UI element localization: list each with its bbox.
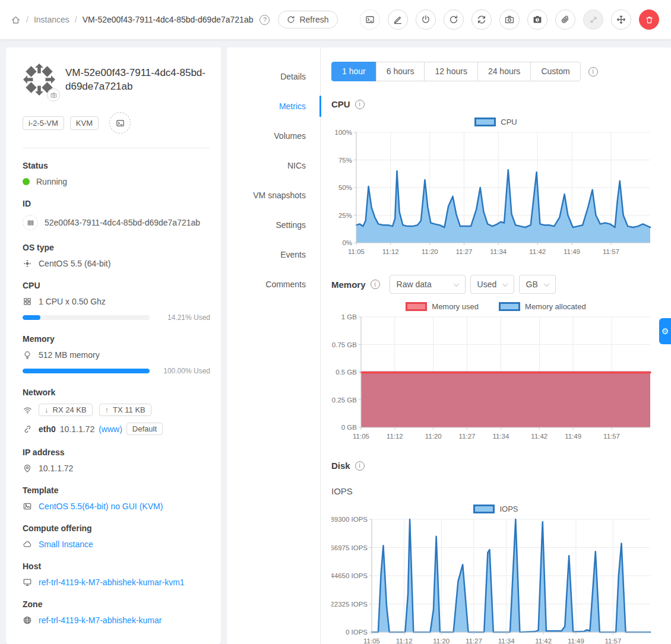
arrow-up-icon: ↑ (105, 405, 109, 414)
breadcrumb-vm-name: VM-52e00f43-7911-4dc4-85bd-d69de7a721ab (83, 15, 254, 24)
svg-text:1 GB: 1 GB (341, 313, 357, 321)
template-label: Template (23, 486, 210, 495)
chevron-down-icon (453, 281, 459, 287)
svg-text:50%: 50% (338, 184, 352, 191)
rx-chip: ↓RX 24 KB (39, 404, 93, 416)
help-icon[interactable]: ? (259, 15, 270, 25)
svg-text:89300 IOPS: 89300 IOPS (331, 516, 368, 523)
stop-vm-button[interactable] (416, 9, 436, 30)
network-label: Network (23, 388, 210, 397)
location-pin-icon (23, 464, 32, 472)
cpu-usage-text: 14.21% Used (156, 313, 210, 322)
diagonal-arrows-icon (589, 15, 598, 24)
cpu-legend-swatch (474, 118, 496, 126)
view-console-button[interactable] (360, 9, 380, 30)
svg-text:11:57: 11:57 (604, 637, 621, 644)
tab-settings[interactable]: Settings (227, 210, 320, 240)
camera-icon (505, 15, 514, 24)
memory-info-icon[interactable]: i (371, 280, 380, 289)
breadcrumb: / Instances / VM-52e00f43-7911-4dc4-85bd… (11, 15, 270, 25)
top-header: / Instances / VM-52e00f43-7911-4dc4-85bd… (0, 0, 671, 39)
memory-unit-select[interactable]: GB (519, 275, 556, 294)
range-custom-button[interactable]: Custom (530, 62, 580, 81)
range-12-hours-button[interactable]: 12 hours (424, 62, 477, 81)
iops-legend-label: IOPS (499, 505, 518, 513)
attach-iso-button[interactable] (555, 9, 575, 30)
sync-icon (477, 15, 486, 24)
tx-chip: ↑TX 11 KB (99, 404, 151, 416)
tab-metrics[interactable]: Metrics (227, 91, 320, 121)
memory-data-select[interactable]: Raw data (390, 275, 466, 294)
vm-action-toolbar (360, 9, 659, 30)
os-logo (23, 63, 57, 98)
svg-text:11:27: 11:27 (456, 248, 473, 255)
tab-events[interactable]: Events (227, 240, 320, 269)
nic-network-link[interactable]: (www) (99, 424, 122, 434)
scale-vm-button[interactable] (583, 9, 603, 30)
home-icon[interactable] (11, 15, 21, 25)
memory-chart-title: Memory (331, 280, 366, 290)
destroy-vm-button[interactable] (639, 9, 659, 30)
range-24-hours-button[interactable]: 24 hours (477, 62, 531, 81)
disk-info-icon[interactable]: i (355, 461, 365, 471)
paperclip-icon (561, 15, 570, 24)
svg-text:11:34: 11:34 (490, 248, 507, 255)
range-info-icon[interactable]: i (588, 67, 598, 77)
nic-name: eth0 (39, 424, 56, 434)
theme-settings-button[interactable]: ⚙ (659, 318, 671, 344)
memory-used-label: Memory used (432, 302, 479, 311)
reboot-vm-button[interactable] (444, 9, 464, 30)
compute-offering-link[interactable]: Small Instance (39, 540, 93, 549)
appstore-icon (23, 297, 32, 306)
template-link[interactable]: CentOS 5.5(64-bit) no GUI (KVM) (39, 502, 163, 511)
host-link[interactable]: ref-trl-4119-k-M7-abhishek-kumar-kvm1 (39, 578, 185, 587)
vm-snapshot-button[interactable] (527, 9, 547, 30)
memory-usage-bar (23, 369, 150, 373)
svg-text:0 IOPS: 0 IOPS (346, 629, 368, 636)
tab-nics[interactable]: NICs (227, 151, 320, 180)
memory-usage-text: 100.00% Used (156, 367, 210, 375)
reinstall-vm-button[interactable] (471, 9, 492, 30)
memory-chart: 0 GB0.25 GB0.5 GB0.75 GB1 GB11:0511:1211… (331, 312, 655, 444)
range-1-hour-button[interactable]: 1 hour (331, 62, 376, 81)
vm-info-panel: VM-52e00f43-7911-4dc4-85bd-d69de7a721ab … (6, 47, 221, 644)
memory-legend: Memory used Memory allocated (331, 302, 660, 311)
breadcrumb-instances-link[interactable]: Instances (34, 15, 69, 24)
tab-details[interactable]: Details (227, 62, 320, 91)
cpu-value: 1 CPU x 0.50 Ghz (39, 297, 106, 306)
zone-link[interactable]: ref-trl-4119-k-M7-abhishek-kumar (39, 616, 162, 625)
tab-volumes[interactable]: Volumes (227, 121, 320, 151)
edit-button[interactable] (388, 9, 408, 30)
memory-value: 512 MB memory (39, 350, 100, 360)
power-icon (421, 15, 431, 24)
svg-text:11:49: 11:49 (565, 433, 581, 440)
compute-offering-label: Compute offering (23, 524, 210, 533)
terminal-icon (365, 15, 375, 24)
svg-text:11:05: 11:05 (353, 433, 369, 440)
memory-metric-select[interactable]: Used (470, 275, 514, 294)
svg-text:11:12: 11:12 (387, 433, 403, 440)
reload-icon (287, 15, 295, 24)
range-6-hours-button[interactable]: 6 hours (376, 62, 425, 81)
refresh-button[interactable]: Refresh (278, 11, 337, 28)
console-shortcut-button[interactable] (109, 112, 131, 134)
tab-comments[interactable]: Comments (227, 269, 320, 299)
nic-ip: 10.1.1.72 (60, 424, 94, 434)
change-icon-camera-button[interactable] (47, 88, 60, 101)
take-snapshot-button[interactable] (499, 9, 520, 30)
ip-address-value: 10.1.1.72 (39, 464, 73, 473)
cpu-info-icon[interactable]: i (355, 100, 365, 109)
iops-subtitle: IOPS (331, 486, 660, 496)
host-label: Host (23, 561, 210, 571)
migrate-vm-button[interactable] (611, 9, 631, 30)
memory-allocated-label: Memory allocated (525, 302, 586, 311)
cpu-legend-label: CPU (501, 118, 517, 126)
svg-text:0.75 GB: 0.75 GB (332, 341, 357, 348)
link-icon (23, 425, 32, 433)
chevron-down-icon (543, 281, 549, 287)
os-type-value: CentOS 5.5 (64-bit) (39, 259, 110, 268)
svg-text:11:12: 11:12 (396, 637, 413, 644)
svg-text:75%: 75% (338, 157, 352, 164)
arrow-down-icon: ↓ (45, 405, 49, 414)
tab-vm-snapshots[interactable]: VM snapshots (227, 180, 320, 210)
